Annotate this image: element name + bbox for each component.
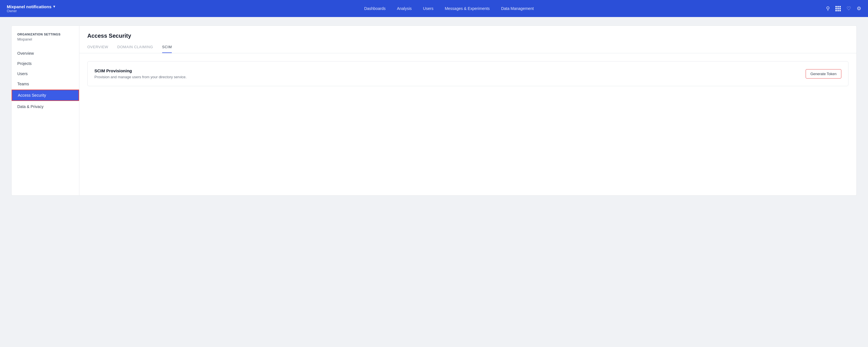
sidebar-item-users[interactable]: Users	[11, 69, 79, 79]
nav-links: Dashboards Analysis Users Messages & Exp…	[72, 6, 826, 11]
nav-users[interactable]: Users	[423, 6, 433, 11]
brand-role: Owner	[7, 9, 55, 13]
page-title: Access Security	[87, 33, 848, 39]
notifications-icon[interactable]: ♡	[846, 5, 851, 12]
panel-header: Access Security OVERVIEW DOMAIN CLAIMING…	[80, 26, 857, 53]
sidebar-item-overview[interactable]: Overview	[11, 48, 79, 58]
brand-chevron-icon: ▾	[53, 4, 55, 8]
top-navigation: Mixpanel notifications ▾ Owner Dashboard…	[0, 0, 868, 17]
nav-analysis[interactable]: Analysis	[397, 6, 412, 11]
sidebar-section-title: ORGANIZATION SETTINGS	[11, 33, 79, 37]
sidebar: ORGANIZATION SETTINGS Mixpanel Overview …	[11, 26, 80, 196]
nav-dashboards[interactable]: Dashboards	[364, 6, 386, 11]
brand-logo[interactable]: Mixpanel notifications ▾ Owner	[7, 4, 55, 13]
sidebar-item-projects[interactable]: Projects	[11, 58, 79, 69]
nav-messages-experiments[interactable]: Messages & Experiments	[445, 6, 490, 11]
nav-data-management[interactable]: Data Management	[501, 6, 534, 11]
sidebar-nav: Overview Projects Users Teams Access Sec…	[11, 48, 79, 112]
panel-tabs: OVERVIEW DOMAIN CLAIMING SCIM	[87, 45, 848, 53]
tab-scim[interactable]: SCIM	[162, 45, 172, 53]
generate-token-button[interactable]: Generate Token	[806, 69, 841, 78]
main-content: ORGANIZATION SETTINGS Mixpanel Overview …	[0, 17, 868, 204]
sidebar-item-teams[interactable]: Teams	[11, 79, 79, 89]
scim-info: SCIM Provisioning Provision and manage u…	[94, 68, 187, 79]
search-icon[interactable]: ⚲	[826, 5, 830, 12]
main-panel: Access Security OVERVIEW DOMAIN CLAIMING…	[80, 26, 857, 196]
scim-title: SCIM Provisioning	[94, 68, 187, 73]
tab-overview[interactable]: OVERVIEW	[87, 45, 108, 53]
tab-domain-claiming[interactable]: DOMAIN CLAIMING	[117, 45, 153, 53]
grid-apps-icon[interactable]	[835, 6, 841, 11]
sidebar-item-access-security[interactable]: Access Security	[11, 90, 79, 101]
settings-icon[interactable]: ⚙	[857, 5, 861, 12]
sidebar-org-name: Mixpanel	[11, 37, 79, 46]
scim-description: Provision and manage users from your dir…	[94, 75, 187, 79]
scim-provisioning-card: SCIM Provisioning Provision and manage u…	[87, 61, 848, 86]
nav-actions: ⚲ ♡ ⚙	[826, 5, 861, 12]
panel-body: SCIM Provisioning Provision and manage u…	[80, 53, 857, 94]
sidebar-item-data-privacy[interactable]: Data & Privacy	[11, 101, 79, 112]
brand-name: Mixpanel notifications	[7, 4, 52, 9]
